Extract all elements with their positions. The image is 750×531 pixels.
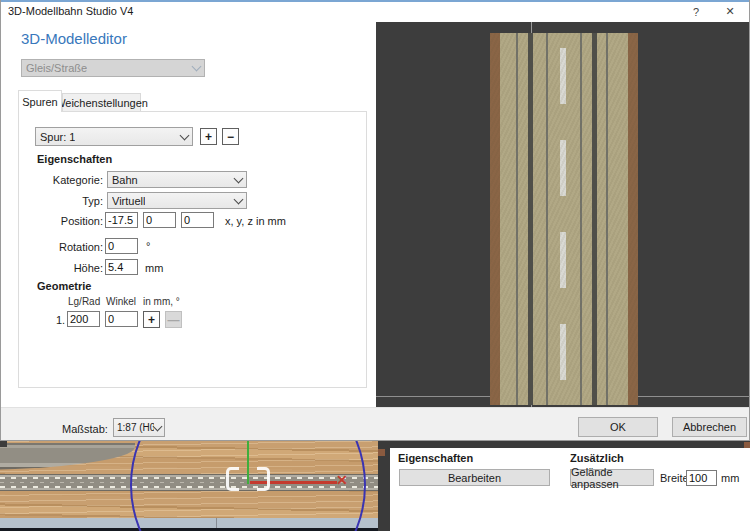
preview-viewport[interactable] (376, 22, 750, 407)
tab-weichenstellungen[interactable]: Weichenstellungen (62, 93, 141, 112)
breite-input[interactable] (686, 470, 717, 486)
delete-x-icon[interactable]: ✕ (336, 472, 348, 488)
position-x-input[interactable] (105, 212, 138, 228)
model-type-value: Gleis/Straße (26, 62, 87, 74)
chevron-down-icon (153, 421, 163, 431)
position-label: Position: (33, 215, 103, 227)
geometry-col-winkel: Winkel (106, 296, 136, 307)
massstab-select-value: 1:87 (H0) (117, 422, 154, 433)
panel-zusaetzlich-heading: Zusätzlich (570, 452, 624, 464)
dialog-heading: 3D-Modelleditor (21, 30, 127, 47)
rotation-input[interactable] (105, 238, 138, 254)
properties-panel: Eigenschaften Bearbeiten Zusätzlich Gelä… (390, 448, 750, 531)
window-border (0, 0, 1, 441)
position-y-input[interactable] (143, 212, 176, 228)
selection-bracket (257, 467, 270, 491)
hoehe-label: Höhe: (33, 262, 103, 274)
preview-road-model (490, 33, 638, 405)
chevron-down-icon (192, 62, 202, 72)
window-title: 3D-Modellbahn Studio V4 (8, 5, 133, 17)
rotation-label: Rotation: (33, 241, 103, 253)
geometry-options-button: — (165, 311, 182, 328)
panel-properties-heading: Eigenschaften (398, 452, 473, 464)
scene-viewport[interactable]: ✕ (0, 441, 378, 531)
geometry-winkel-input[interactable] (105, 311, 138, 327)
tab-weichenstellungen-label: Weichenstellungen (55, 97, 148, 109)
gelaende-anpassen-button[interactable]: Gelände anpassen (570, 469, 654, 486)
gizmo-axis-green[interactable] (247, 441, 249, 484)
spur-select[interactable]: Spur: 1 (35, 127, 193, 146)
massstab-select[interactable]: 1:87 (H0) (113, 418, 165, 437)
tab-spuren[interactable]: Spuren (18, 90, 62, 112)
close-icon[interactable]: ✕ (722, 4, 738, 19)
position-unit-label: x, y, z in mm (225, 215, 286, 227)
tab-spuren-label: Spuren (22, 96, 57, 108)
bearbeiten-button[interactable]: Bearbeiten (399, 469, 550, 486)
viewport-edge (378, 441, 390, 531)
breite-unit-label: mm (721, 472, 739, 484)
position-z-input[interactable] (181, 212, 214, 228)
typ-select-value: Virtuell (112, 195, 145, 207)
geometry-heading: Geometrie (37, 280, 91, 292)
spur-select-value: Spur: 1 (40, 131, 75, 143)
model-type-select: Gleis/Straße (21, 59, 205, 77)
geometry-col-unit: in mm, ° (143, 296, 180, 307)
spur-remove-button[interactable]: − (222, 128, 239, 145)
properties-heading: Eigenschaften (37, 153, 112, 165)
chevron-down-icon (234, 173, 244, 183)
selection-bracket (226, 467, 239, 491)
chevron-down-icon (180, 130, 190, 140)
hoehe-unit-label: mm (145, 262, 163, 274)
help-icon[interactable]: ? (688, 4, 704, 19)
ok-button[interactable]: OK (578, 417, 658, 437)
geometry-add-button[interactable]: + (143, 311, 160, 328)
typ-select[interactable]: Virtuell (107, 192, 247, 209)
scene-corner-shadow (0, 441, 7, 447)
scene-curved-road (0, 443, 135, 470)
kategorie-select-value: Bahn (112, 174, 138, 186)
window-top-accent (0, 0, 750, 2)
typ-label: Typ: (33, 195, 103, 207)
cancel-button[interactable]: Abbrechen (672, 417, 747, 437)
geometry-col-lgrad: Lg/Rad (68, 296, 100, 307)
hoehe-input[interactable] (105, 259, 138, 275)
geometry-row-index: 1. (56, 314, 65, 326)
app-window: 3D-Modellbahn Studio V4 ? ✕ 3D-Modelledi… (0, 0, 750, 531)
kategorie-select[interactable]: Bahn (107, 171, 247, 188)
geometry-lgrad-input[interactable] (67, 311, 100, 327)
rotation-unit-label: ° (146, 240, 150, 252)
viewport-sliver (390, 441, 750, 448)
spur-add-button[interactable]: + (200, 128, 217, 145)
road-end-fragment (378, 449, 385, 456)
massstab-label: Maßstab: (62, 423, 108, 435)
kategorie-label: Kategorie: (33, 174, 103, 186)
chevron-down-icon (234, 194, 244, 204)
